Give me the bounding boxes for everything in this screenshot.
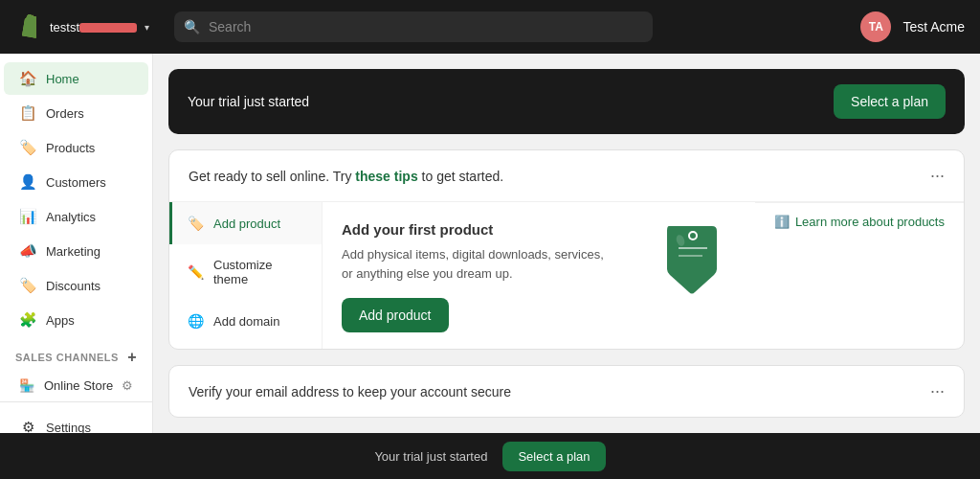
online-store-label: Online Store	[44, 378, 113, 393]
sidebar-item-customers[interactable]: 👤 Customers	[4, 166, 148, 198]
learn-more-link[interactable]: ℹ️ Learn more about products	[774, 215, 945, 229]
tip-item-add-product-label: Add product	[213, 217, 280, 231]
sidebar-item-online-store[interactable]: 🏪 Online Store ⚙	[4, 371, 148, 400]
info-icon: ℹ️	[774, 215, 790, 229]
online-store-settings-icon[interactable]: ⚙	[122, 378, 133, 393]
products-icon: 🏷️	[19, 139, 36, 156]
tag-svg	[659, 221, 726, 298]
brand-area[interactable]: testst ▾	[15, 13, 159, 40]
store-name-text: testst	[50, 20, 137, 34]
add-domain-tip-icon: 🌐	[188, 313, 204, 329]
tips-header: Get ready to sell online. Try these tips…	[169, 150, 964, 201]
tips-content-text: Add your first product Add physical item…	[342, 221, 640, 332]
sidebar-item-apps[interactable]: 🧩 Apps	[4, 304, 148, 336]
sidebar-item-products[interactable]: 🏷️ Products	[4, 131, 148, 164]
add-product-tip-icon: 🏷️	[188, 216, 204, 231]
main-content: Your trial just started Select a plan Ge…	[153, 54, 980, 433]
tips-content-desc: Add physical items, digital downloads, s…	[342, 245, 610, 283]
add-sales-channel-button[interactable]: +	[127, 349, 137, 366]
discounts-icon: 🏷️	[19, 277, 36, 294]
tips-list: 🏷️ Add product ✏️ Customize theme 🌐 Add …	[169, 202, 323, 350]
customize-theme-tip-icon: ✏️	[188, 264, 204, 280]
bottom-select-plan-button[interactable]: Select a plan	[502, 442, 605, 471]
sidebar-bottom: ⚙ Settings	[0, 401, 152, 433]
sidebar-item-home-label: Home	[46, 72, 79, 86]
tips-content-title: Add your first product	[342, 221, 640, 238]
apps-icon: 🧩	[19, 311, 36, 329]
marketing-icon: 📣	[19, 242, 36, 260]
tip-item-add-domain[interactable]: 🌐 Add domain	[169, 300, 322, 342]
orders-icon: 📋	[19, 104, 36, 122]
sidebar-item-discounts[interactable]: 🏷️ Discounts	[4, 269, 148, 302]
online-store-icon: 🏪	[19, 378, 34, 393]
sidebar-item-analytics[interactable]: 📊 Analytics	[4, 200, 148, 233]
tips-more-button[interactable]: ···	[930, 166, 945, 186]
sidebar-item-orders-label: Orders	[46, 106, 84, 121]
sidebar-item-home[interactable]: 🏠 Home	[4, 62, 148, 95]
search-input[interactable]	[174, 11, 653, 42]
add-product-content-button[interactable]: Add product	[342, 298, 449, 332]
tips-body: 🏷️ Add product ✏️ Customize theme 🌐 Add …	[169, 201, 964, 350]
search-bar: 🔍	[174, 11, 653, 42]
sidebar-item-apps-label: Apps	[46, 313, 75, 328]
verify-card: Verify your email address to keep your a…	[168, 365, 965, 418]
tip-item-customize-theme-label: Customize theme	[213, 258, 306, 286]
search-icon: 🔍	[184, 19, 200, 34]
user-name: Test Acme	[902, 19, 965, 34]
tip-item-add-product[interactable]: 🏷️ Add product	[169, 202, 322, 244]
avatar[interactable]: TA	[860, 11, 891, 42]
online-store-left: 🏪 Online Store	[19, 378, 113, 393]
sidebar-item-analytics-label: Analytics	[46, 210, 96, 224]
bottom-bar-text: Your trial just started	[374, 449, 487, 464]
trial-banner-text: Your trial just started	[188, 94, 309, 109]
analytics-icon: 📊	[19, 208, 36, 225]
tips-header-text: Get ready to sell online. Try these tips…	[189, 169, 930, 184]
settings-label: Settings	[46, 421, 91, 434]
trial-banner: Your trial just started Select a plan	[168, 69, 965, 134]
product-tag-illustration	[659, 221, 736, 298]
tips-highlight: these tips	[355, 169, 417, 184]
sidebar-item-settings[interactable]: ⚙ Settings	[4, 411, 148, 433]
select-plan-button[interactable]: Select a plan	[834, 84, 946, 119]
verify-card-text: Verify your email address to keep your a…	[189, 384, 511, 399]
shopify-logo	[15, 13, 42, 40]
sidebar-item-discounts-label: Discounts	[46, 279, 100, 293]
store-dropdown-icon[interactable]: ▾	[145, 22, 149, 33]
learn-more[interactable]: ℹ️ Learn more about products	[755, 202, 964, 350]
tips-content-area: Add your first product Add physical item…	[323, 202, 755, 350]
sidebar: 🏠 Home 📋 Orders 🏷️ Products 👤 Customers …	[0, 54, 153, 433]
customers-icon: 👤	[19, 173, 36, 191]
sidebar-item-customers-label: Customers	[46, 175, 106, 190]
tip-item-add-domain-label: Add domain	[213, 314, 279, 329]
sidebar-item-products-label: Products	[46, 141, 95, 155]
redacted-name	[79, 23, 137, 33]
main-layout: 🏠 Home 📋 Orders 🏷️ Products 👤 Customers …	[0, 54, 980, 433]
sales-channels-label: SALES CHANNELS +	[0, 337, 152, 370]
bottom-bar: Your trial just started Select a plan	[0, 433, 980, 479]
tip-item-customize-theme[interactable]: ✏️ Customize theme	[169, 244, 322, 300]
settings-icon: ⚙	[19, 419, 36, 433]
sidebar-item-marketing[interactable]: 📣 Marketing	[4, 235, 148, 267]
top-nav: testst ▾ 🔍 TA Test Acme	[0, 0, 980, 54]
sidebar-item-marketing-label: Marketing	[46, 244, 100, 259]
home-icon: 🏠	[19, 70, 36, 87]
tips-card: Get ready to sell online. Try these tips…	[168, 149, 965, 350]
sidebar-item-orders[interactable]: 📋 Orders	[4, 97, 148, 129]
verify-more-button[interactable]: ···	[930, 381, 945, 401]
nav-right: TA Test Acme	[860, 11, 965, 42]
